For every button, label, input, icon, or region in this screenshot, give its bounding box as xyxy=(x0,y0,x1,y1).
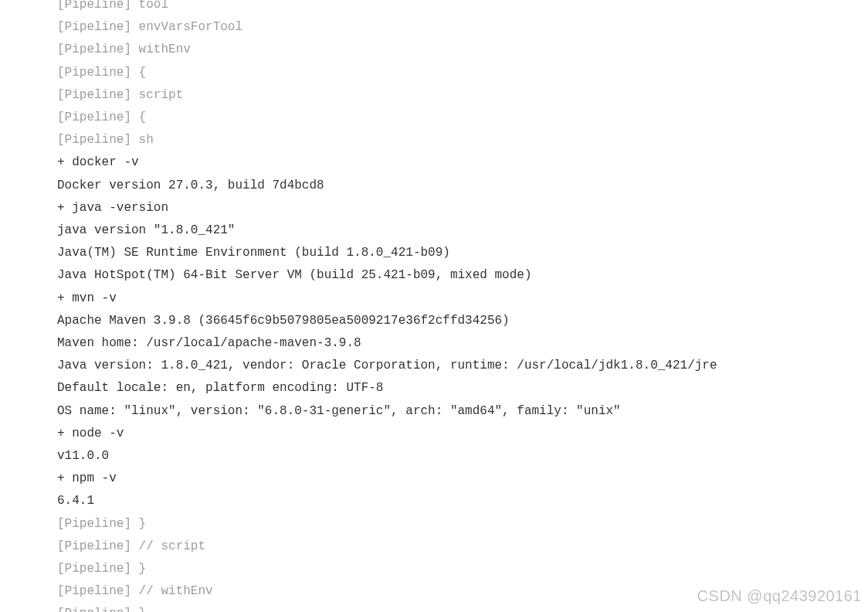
shell-output-line: OS name: "linux", version: "6.8.0-31-gen… xyxy=(57,400,868,423)
pipeline-step-line: [Pipeline] // withEnv xyxy=(57,580,868,603)
shell-output-line: Docker version 27.0.3, build 7d4bcd8 xyxy=(57,175,868,197)
shell-output-line: Apache Maven 3.9.8 (36645f6c9b5079805ea5… xyxy=(57,310,868,332)
shell-output-line: + docker -v xyxy=(57,151,868,174)
pipeline-step-line: [Pipeline] envVarsForTool xyxy=(57,16,868,39)
shell-output-line: Java(TM) SE Runtime Environment (build 1… xyxy=(57,242,868,264)
shell-output-line: 6.4.1 xyxy=(57,490,868,512)
pipeline-step-line: [Pipeline] // script xyxy=(57,536,868,558)
shell-output-line: java version "1.8.0_421" xyxy=(57,219,868,242)
pipeline-step-line: [Pipeline] sh xyxy=(57,129,868,151)
shell-output-line: Java version: 1.8.0_421, vendor: Oracle … xyxy=(57,355,868,377)
shell-output-line: + java -version xyxy=(57,197,868,219)
shell-output-line: + npm -v xyxy=(57,468,868,490)
pipeline-step-line: [Pipeline] } xyxy=(57,513,868,536)
shell-output-line: + mvn -v xyxy=(57,287,868,310)
shell-output-line: Maven home: /usr/local/apache-maven-3.9.… xyxy=(57,332,868,355)
pipeline-step-line: [Pipeline] withEnv xyxy=(57,39,868,61)
shell-output-line: Default locale: en, platform encoding: U… xyxy=(57,377,868,400)
shell-output-line: + node -v xyxy=(57,423,868,445)
pipeline-step-line: [Pipeline] { xyxy=(57,62,868,84)
pipeline-step-line: [Pipeline] tool xyxy=(57,0,868,16)
pipeline-step-line: [Pipeline] { xyxy=(57,107,868,129)
pipeline-step-line: [Pipeline] } xyxy=(57,558,868,580)
console-output: [Pipeline] tool[Pipeline] envVarsForTool… xyxy=(57,0,868,612)
pipeline-step-line: [Pipeline] script xyxy=(57,84,868,107)
shell-output-line: v11.0.0 xyxy=(57,445,868,468)
shell-output-line: Java HotSpot(TM) 64-Bit Server VM (build… xyxy=(57,264,868,287)
pipeline-step-line: [Pipeline] } xyxy=(57,603,868,612)
